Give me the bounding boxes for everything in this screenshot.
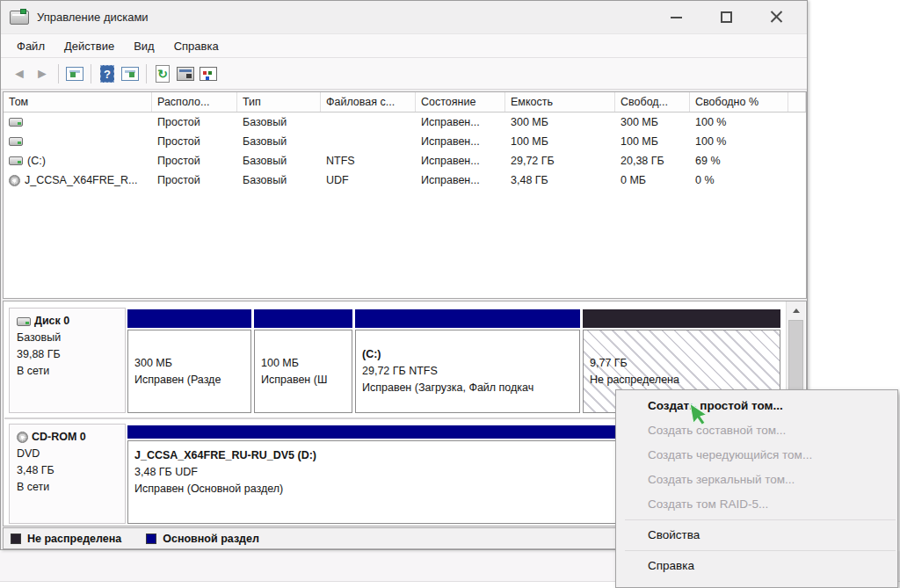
volume-free: 300 МБ <box>615 116 690 128</box>
volume-name: (C:) <box>27 155 46 167</box>
partition-efi[interactable]: 100 МБ Исправен (Ш <box>254 309 352 413</box>
cdrom0-label[interactable]: CD-ROM 0 DVD 3,48 ГБ В сети <box>9 424 126 524</box>
cdrom0-size: 3,48 ГБ <box>17 462 125 479</box>
forward-icon[interactable] <box>31 62 54 85</box>
volume-fs: UDF <box>321 174 416 186</box>
title-bar: Управление дисками <box>1 1 807 33</box>
menu-item-create-mirrored-volume: Создать зеркальный том... <box>616 468 897 492</box>
volume-layout: Простой <box>152 155 237 167</box>
column-status[interactable]: Состояние <box>416 92 505 112</box>
close-button[interactable] <box>751 1 802 33</box>
mouse-cursor-icon <box>684 399 715 433</box>
cdrom0-status: В сети <box>17 479 125 496</box>
volume-icon <box>9 137 23 146</box>
volume-layout: Простой <box>152 135 237 148</box>
manage-computer-icon[interactable] <box>200 67 217 81</box>
volume-capacity: 3,48 ГБ <box>505 174 615 186</box>
partition-size: 100 МБ <box>261 355 345 372</box>
volume-free-pct: 100 % <box>690 116 788 128</box>
volume-type: Базовый <box>237 135 321 148</box>
minimize-icon <box>671 17 682 18</box>
primary-partition-color-swatch <box>146 534 156 544</box>
context-menu: Создать простой том... Создать составной… <box>615 389 898 588</box>
disk0-type: Базовый <box>17 330 125 346</box>
cd-rom-icon <box>17 432 28 443</box>
table-row[interactable]: Простой Базовый Исправен... 300 МБ 300 М… <box>4 113 806 132</box>
column-filler <box>788 92 806 112</box>
scroll-up-button[interactable] <box>787 301 805 319</box>
volume-free: 20,38 ГБ <box>615 155 690 167</box>
menu-item-help[interactable]: Справка <box>616 554 897 578</box>
disk0-label[interactable]: Диск 0 Базовый 39,88 ГБ В сети <box>9 308 126 413</box>
volume-status: Исправен... <box>416 155 505 167</box>
disk0-size: 39,88 ГБ <box>17 346 125 363</box>
maximize-button[interactable] <box>701 1 751 33</box>
partition-header <box>127 309 251 328</box>
toolbar <box>1 58 807 90</box>
volume-free: 0 МБ <box>615 174 690 186</box>
volume-capacity: 29,72 ГБ <box>505 155 615 167</box>
table-row[interactable]: J_CCSA_X64FRE_R... Простой Базовый UDF И… <box>4 171 806 190</box>
table-row[interactable]: Простой Базовый Исправен... 100 МБ 100 М… <box>4 132 806 151</box>
column-type[interactable]: Тип <box>237 92 321 112</box>
menu-help[interactable]: Справка <box>164 34 229 57</box>
volume-fs: NTFS <box>321 155 416 167</box>
partition-header <box>254 309 352 328</box>
volume-capacity: 100 МБ <box>505 135 615 148</box>
menu-bar: Файл Действие Вид Справка <box>1 33 807 58</box>
refresh-icon[interactable] <box>156 65 170 83</box>
help-document-icon[interactable] <box>100 65 114 83</box>
table-row[interactable]: (C:) Простой Базовый NTFS Исправен... 29… <box>4 151 806 171</box>
menu-item-create-striped-volume: Создать чередующийся том... <box>616 443 897 468</box>
menu-item-create-simple-volume[interactable]: Создать простой том... <box>616 394 897 418</box>
partition-status: Исправен (Разде <box>134 372 244 388</box>
toolbar-separator <box>146 64 147 83</box>
disk0-status: В сети <box>17 363 125 380</box>
volume-free: 100 МБ <box>615 135 690 148</box>
menu-item-properties[interactable]: Свойства <box>616 523 897 548</box>
column-volume[interactable]: Том <box>4 92 152 112</box>
legend-item: Не распределена <box>11 533 121 545</box>
menu-view[interactable]: Вид <box>124 34 164 57</box>
window-title: Управление дисками <box>37 11 149 24</box>
cdrom0-type: DVD <box>17 446 125 462</box>
cdrom0-name: CD-ROM 0 <box>32 429 86 446</box>
scroll-up-icon <box>793 309 800 313</box>
toolbar-separator <box>91 64 91 83</box>
volume-layout: Простой <box>152 116 237 128</box>
close-icon <box>770 11 783 24</box>
window-controls <box>651 1 802 33</box>
volume-status: Исправен... <box>416 116 505 128</box>
menu-action[interactable]: Действие <box>54 34 124 57</box>
volume-status: Исправен... <box>416 135 505 148</box>
menu-item-create-raid5-volume: Создать том RAID-5... <box>616 492 897 517</box>
partition-header <box>583 309 780 328</box>
volume-layout: Простой <box>152 174 237 186</box>
maximize-icon <box>721 11 732 23</box>
menu-file[interactable]: Файл <box>7 34 54 57</box>
properties-icon[interactable] <box>177 67 194 81</box>
column-free-pct[interactable]: Свободно % <box>690 92 788 112</box>
back-icon[interactable] <box>8 62 31 85</box>
volume-free-pct: 100 % <box>690 135 788 148</box>
partition-status: Исправен (Ш <box>261 372 345 388</box>
minimize-button[interactable] <box>651 1 701 33</box>
action-pane-icon[interactable] <box>121 67 139 81</box>
partition-c-drive[interactable]: (C:) 29,72 ГБ NTFS Исправен (Загрузка, Ф… <box>355 309 580 413</box>
legend-label: Не распределена <box>27 533 121 545</box>
screenshot-root: Управление дисками Файл Действие Вид Спр… <box>0 0 900 588</box>
column-layout[interactable]: Располо... <box>152 92 237 112</box>
volume-type: Базовый <box>237 155 321 167</box>
partition-size: 29,72 ГБ NTFS <box>362 363 573 380</box>
partition-size: 300 МБ <box>134 355 244 372</box>
legend-label: Основной раздел <box>163 533 259 545</box>
partition-size: 9,77 ГБ <box>590 355 773 372</box>
partition-system-reserved[interactable]: 300 МБ Исправен (Разде <box>127 309 251 413</box>
volume-free-pct: 0 % <box>690 174 788 186</box>
console-tree-icon[interactable] <box>66 67 83 81</box>
column-capacity[interactable]: Емкость <box>505 92 615 112</box>
column-free[interactable]: Свобод... <box>615 92 690 112</box>
volume-icon <box>9 156 23 165</box>
column-filesystem[interactable]: Файловая с... <box>321 92 416 112</box>
volume-free-pct: 69 % <box>690 155 788 167</box>
